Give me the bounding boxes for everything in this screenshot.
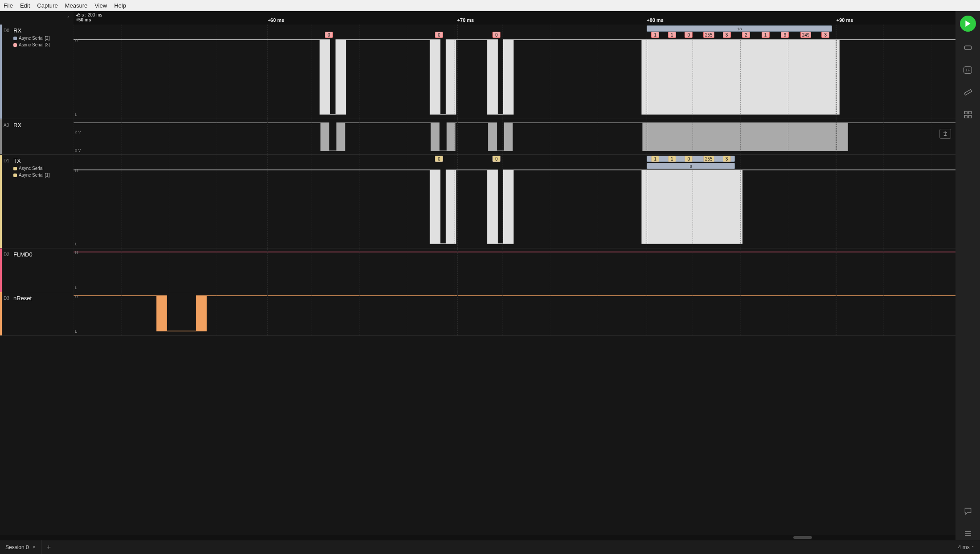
channel-name: FLMD0 — [13, 251, 72, 258]
ruler-tick: +80 ms — [647, 17, 664, 23]
decoded-value: 1 — [651, 156, 659, 162]
decoded-value: 6 — [781, 32, 789, 38]
ruler-back-icon[interactable]: ‹ — [67, 14, 69, 20]
channel-header-D1[interactable]: D1TXAsync SerialAsync Serial [1] — [0, 155, 74, 248]
hex-display-icon[interactable]: 1F — [962, 64, 974, 76]
channel-name: TX — [13, 157, 72, 164]
decoded-value: 0 — [685, 156, 693, 162]
svg-rect-6 — [968, 116, 971, 118]
svg-marker-0 — [965, 21, 970, 27]
decoded-value: 0 — [492, 156, 500, 162]
analyzer-label: Async Serial [3] — [13, 42, 72, 47]
channel-id: D1 — [4, 158, 9, 163]
channel-id: D3 — [4, 296, 9, 301]
svg-rect-4 — [968, 112, 971, 114]
waveform-D1[interactable]: HL80011025538 — [74, 155, 955, 248]
more-icon[interactable] — [962, 527, 974, 540]
measure-icon[interactable] — [962, 86, 974, 99]
decoded-value: 1 — [668, 32, 676, 38]
horizontal-scrollbar[interactable] — [0, 535, 955, 540]
session-tab-label: Session 0 — [5, 544, 29, 550]
add-session-button[interactable]: + — [41, 543, 56, 551]
svg-rect-1 — [964, 46, 971, 50]
waveform-A0[interactable]: 2 V0 V — [74, 119, 955, 155]
right-toolbar: 1F — [955, 11, 980, 540]
decoded-value: 18 — [647, 25, 832, 32]
ruler-offset-label: +50 ms — [76, 17, 102, 22]
waveform-D2[interactable]: HL — [74, 248, 955, 292]
menu-view[interactable]: View — [94, 2, 107, 9]
menubar: File Edit Capture Measure View Help — [0, 0, 980, 11]
analyzer-label: Async Serial [1] — [13, 173, 72, 178]
menu-edit[interactable]: Edit — [20, 2, 30, 9]
channel-header-D3[interactable]: D3nReset — [0, 292, 74, 336]
comment-icon[interactable] — [962, 505, 974, 517]
ruler-range-label: ◂5 s : 200 ms — [76, 12, 102, 17]
ruler-tick: +70 ms — [457, 17, 474, 23]
ruler-tick: +90 ms — [836, 17, 853, 23]
channel-header-D0[interactable]: D0RXAsync Serial [2]Async Serial [3] — [0, 25, 74, 119]
ruler-tick: +60 ms — [267, 17, 284, 23]
timeline-ruler[interactable]: ‹ ◂5 s : 200 ms +50 ms +60 ms+70 ms+80 m… — [74, 11, 955, 25]
channel-panel: D0RXAsync Serial [2]Async Serial [3]A0RX… — [0, 25, 74, 540]
svg-rect-5 — [964, 116, 967, 118]
waveform-area[interactable]: HL18000110255321624932 V0 VHL80011025538… — [74, 25, 955, 540]
decoded-value: 0 — [685, 32, 693, 38]
timebase-label[interactable]: 4 ms ⌃ — [958, 544, 980, 550]
channel-id: A0 — [4, 123, 9, 128]
decoded-value: 1 — [668, 156, 676, 162]
decoded-value: 1 — [651, 32, 659, 38]
decoded-value: 255 — [703, 32, 714, 38]
channel-name: nReset — [13, 295, 72, 302]
analyzer-label: Async Serial [2] — [13, 36, 72, 41]
decoded-value: 0 — [435, 156, 443, 162]
bottom-bar: Session 0 × + 4 ms ⌃ — [0, 540, 980, 554]
decoded-value: 3 — [723, 32, 731, 38]
menu-help[interactable]: Help — [114, 2, 126, 9]
session-tab[interactable]: Session 0 × — [0, 540, 41, 554]
device-icon[interactable] — [962, 41, 974, 54]
channel-header-D2[interactable]: D2FLMD0 — [0, 248, 74, 292]
decoded-value: 8 — [647, 163, 735, 169]
waveform-D3[interactable]: HL — [74, 292, 955, 336]
waveform-D0[interactable]: HL1800011025532162493 — [74, 25, 955, 119]
decoded-value: 255 — [703, 156, 714, 162]
decoded-value: 1 — [762, 32, 770, 38]
menu-capture[interactable]: Capture — [37, 2, 57, 9]
channel-header-A0[interactable]: A0RX — [0, 119, 74, 155]
channel-id: D0 — [4, 28, 9, 33]
decoded-value: 2 — [742, 32, 750, 38]
channel-name: RX — [13, 27, 72, 34]
close-icon[interactable]: × — [33, 544, 36, 550]
decoded-value: 3 — [723, 156, 731, 162]
svg-rect-2 — [964, 90, 972, 95]
decoded-value: 3 — [821, 32, 829, 38]
decoded-value: 0 — [325, 32, 333, 38]
decoded-value: 0 — [492, 32, 500, 38]
menu-file[interactable]: File — [4, 2, 13, 9]
run-capture-button[interactable] — [960, 16, 976, 32]
channel-id: D2 — [4, 252, 9, 257]
menu-measure[interactable]: Measure — [65, 2, 88, 9]
decoded-value: 249 — [800, 32, 812, 38]
workspace: ‹ ◂5 s : 200 ms +50 ms +60 ms+70 ms+80 m… — [0, 11, 955, 540]
decoded-value: 0 — [435, 32, 443, 38]
svg-rect-3 — [964, 112, 967, 114]
analog-scale-button[interactable] — [939, 129, 951, 139]
channel-name: RX — [13, 122, 72, 128]
analyzer-label: Async Serial — [13, 166, 72, 171]
layout-icon[interactable] — [962, 108, 974, 121]
